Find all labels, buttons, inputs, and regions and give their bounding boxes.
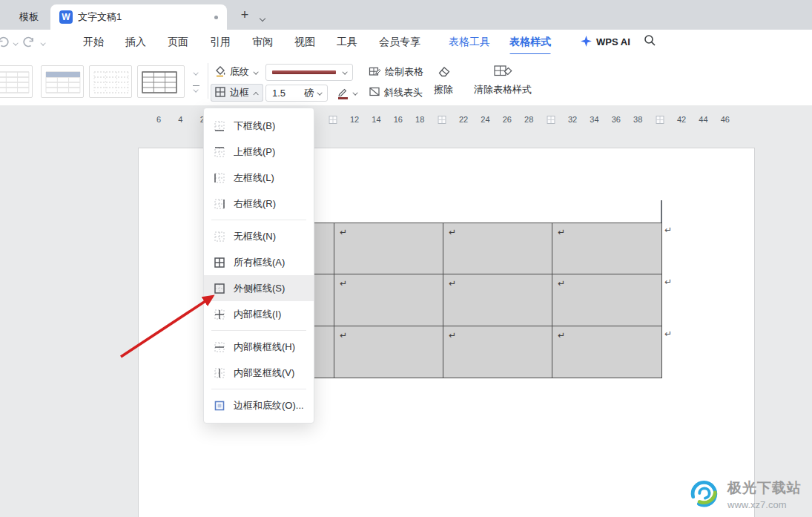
ruler-number: 36 [612, 115, 621, 124]
erase-button[interactable]: 擦除 [426, 60, 461, 100]
wps-writer-window: 模板 W 文字文稿1 + 开始插入页面引用审阅视图工具会员专享 表格工具表格样式 [0, 0, 812, 517]
border-inside-v-icon [214, 367, 225, 379]
undo-history-chevron-icon[interactable] [13, 41, 19, 47]
search-icon [644, 34, 656, 50]
table-cell[interactable]: ↵ [552, 223, 661, 274]
clear-table-style-button[interactable]: 清除表格样式 [469, 60, 537, 100]
shading-button[interactable]: 底纹 [211, 63, 263, 81]
gallery-scroll-down-icon[interactable] [193, 70, 199, 76]
pen-color-button[interactable] [334, 84, 363, 102]
menu-separator [211, 220, 306, 220]
line-weight-chevron-icon [317, 90, 323, 96]
table-style-thumbnail[interactable] [137, 65, 185, 98]
ruler-number: 16 [394, 115, 403, 124]
watermark-text: 极光下载站 www.xz7.com [727, 478, 802, 510]
wps-writer-icon: W [59, 10, 73, 24]
tab-templates-label: 模板 [19, 10, 39, 24]
border-top-icon [214, 146, 225, 158]
menu-item-border-right[interactable]: 右框线(R) [204, 191, 314, 217]
ruler-number: 4 [178, 115, 182, 124]
undo-icon[interactable] [0, 36, 9, 51]
paragraph-mark: ↵ [449, 227, 456, 237]
ruler-table-marker-icon [656, 116, 664, 124]
menu-item-border-top[interactable]: 上框线(P) [204, 139, 314, 165]
end-of-row-mark: ↵ [664, 329, 672, 339]
tab-table-tools[interactable]: 表格工具 [449, 30, 490, 54]
ruler-number: 46 [721, 115, 730, 124]
paragraph-mark: ↵ [340, 278, 347, 289]
menu-item-会员专享[interactable]: 会员专享 [379, 30, 420, 54]
border-chevron-up-icon [254, 90, 260, 96]
menu-item-审阅[interactable]: 审阅 [252, 30, 273, 54]
menu-item-border-outside[interactable]: 外侧框线(S) [204, 275, 314, 301]
table-cell[interactable]: ↵ [334, 274, 443, 326]
style-gallery-nav [189, 65, 202, 98]
table-cell[interactable]: ↵ [443, 223, 552, 274]
document-area: 642121416182224262832343638424446 ↵↵↵↵↵↵… [0, 105, 812, 517]
paragraph-mark: ↵ [558, 278, 565, 289]
wps-ai-button[interactable]: WPS AI [581, 36, 630, 49]
menu-item-开始[interactable]: 开始 [83, 30, 104, 54]
menu-separator [211, 330, 306, 331]
menu-item-borders-shading-dialog[interactable]: 边框和底纹(O)... [204, 392, 314, 418]
ruler-number: 22 [459, 115, 468, 124]
border-grid-icon [214, 86, 226, 100]
redo-icon[interactable] [23, 36, 36, 51]
gallery-more-icon[interactable] [193, 85, 199, 94]
erase-label: 擦除 [434, 83, 453, 96]
table-style-thumbnail[interactable] [89, 65, 132, 98]
menu-item-border-none[interactable]: 无框线(N) [204, 223, 314, 249]
menu-item-页面[interactable]: 页面 [168, 30, 188, 54]
menu-item-label: 上框线(P) [234, 145, 275, 159]
tab-list-chevron-icon[interactable] [260, 16, 266, 22]
border-button[interactable]: 边框 [211, 84, 263, 102]
menu-item-视图[interactable]: 视图 [294, 30, 315, 54]
menu-item-label: 外侧框线(S) [234, 282, 285, 295]
border-none-icon [214, 231, 225, 243]
border-inside-h-icon [214, 341, 225, 353]
menu-item-border-inside-h[interactable]: 内部横框线(H) [204, 334, 314, 360]
draw-table-button[interactable]: 绘制表格 [365, 63, 427, 81]
menu-item-label: 左框线(L) [234, 171, 274, 185]
table-cell[interactable]: ↵ [443, 274, 552, 326]
table-cell[interactable]: ↵ [334, 223, 443, 274]
table-style-thumbnail[interactable] [0, 65, 33, 98]
site-watermark: 极光下载站 www.xz7.com [687, 475, 802, 513]
line-weight-combo[interactable]: 1.5 磅 [265, 85, 328, 102]
table-cell[interactable]: ↵ [552, 274, 661, 326]
line-style-combo[interactable] [265, 64, 353, 81]
redo-history-chevron-icon[interactable] [41, 41, 47, 47]
menu-item-border-inside[interactable]: 内部框线(I) [204, 301, 314, 327]
menu-item-border-all[interactable]: 所有框线(A) [204, 249, 314, 275]
table-cell[interactable]: ↵ [443, 326, 552, 378]
toolbar-separator [208, 63, 208, 99]
table-style-thumbnail[interactable] [41, 65, 84, 98]
tab-templates[interactable]: 模板 [0, 4, 47, 30]
new-tab-button[interactable]: + [236, 6, 254, 24]
pen-color-icon [337, 87, 349, 99]
tab-document-label: 文字文稿1 [78, 10, 122, 24]
menu-item-border-left[interactable]: 左框线(L) [204, 165, 314, 191]
menu-item-插入[interactable]: 插入 [125, 30, 146, 54]
diagonal-header-button[interactable]: 斜线表头 [365, 84, 426, 102]
search-button[interactable] [644, 34, 656, 50]
border-bottom-icon [214, 120, 225, 132]
menu-bar: 开始插入页面引用审阅视图工具会员专享 表格工具表格样式 WPS AI [0, 30, 812, 54]
clear-table-style-icon [494, 65, 512, 79]
horizontal-ruler[interactable]: 642121416182224262832343638424446 [0, 113, 812, 127]
table-cell[interactable]: ↵ [552, 326, 661, 378]
menu-item-border-inside-v[interactable]: 内部竖框线(V) [204, 360, 314, 386]
border-all-icon [214, 257, 225, 269]
pen-color-chevron-icon [353, 90, 359, 96]
ruler-number: 28 [524, 115, 533, 124]
ruler-number: 18 [415, 115, 424, 124]
menu-item-border-bottom[interactable]: 下框线(B) [204, 113, 314, 139]
border-inside-icon [214, 309, 225, 320]
tab-document[interactable]: W 文字文稿1 [50, 4, 227, 30]
tab-table-style[interactable]: 表格样式 [509, 30, 551, 54]
menu-item-工具[interactable]: 工具 [337, 30, 357, 54]
table-cell[interactable]: ↵ [334, 326, 443, 378]
border-left-icon [214, 172, 225, 184]
menu-item-引用[interactable]: 引用 [210, 30, 231, 54]
window-tab-bar: 模板 W 文字文稿1 + [0, 0, 812, 30]
